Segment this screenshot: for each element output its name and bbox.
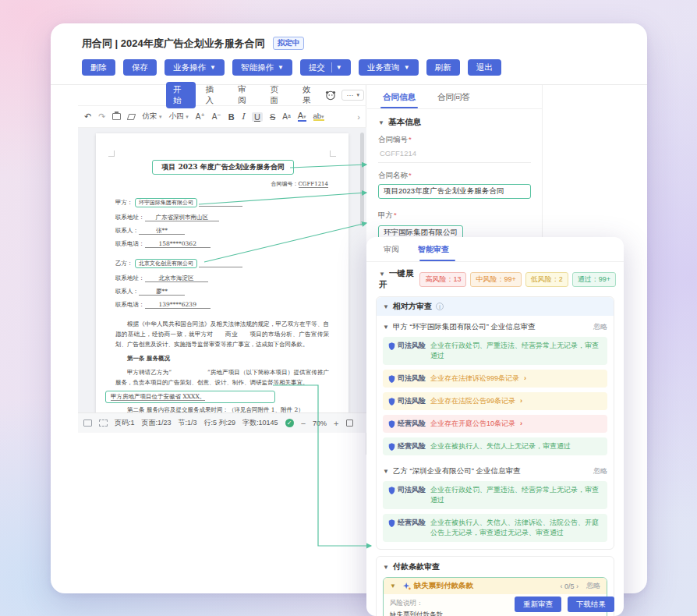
bold-icon[interactable]: B bbox=[228, 112, 235, 122]
issue-pager[interactable]: ‹ 0/5 › bbox=[560, 582, 578, 590]
print-icon[interactable] bbox=[112, 113, 121, 120]
blank-line bbox=[199, 199, 242, 207]
expand-all-toggle[interactable]: ▼一键展开 bbox=[379, 268, 419, 290]
ignore-link[interactable]: 忽略 bbox=[593, 466, 607, 476]
tab-home[interactable]: 开始 bbox=[166, 82, 196, 108]
pass-badge[interactable]: 通过：99+ bbox=[572, 272, 616, 287]
delete-button[interactable]: 删除 bbox=[82, 59, 115, 76]
party-b-phone: 139****6239 bbox=[145, 301, 211, 309]
tab-smart-review[interactable]: 智能审查 bbox=[418, 244, 449, 255]
tab-page[interactable]: 页面 bbox=[264, 82, 293, 108]
status-section: 节:1/3 bbox=[179, 418, 197, 428]
margin-mark bbox=[330, 150, 336, 157]
caret-down-icon: ▼ bbox=[383, 324, 389, 331]
status-badge: 拟定中 bbox=[273, 37, 305, 50]
tab-review-notes[interactable]: 审阅 bbox=[384, 244, 399, 255]
party-b-row: 乙方： 北京文化创意有限公司 bbox=[115, 260, 242, 267]
party-b-review-header[interactable]: ▼ 乙方 “深圳企业有限公司” 企业信息审查 忽略 bbox=[377, 460, 614, 481]
chevron-right-icon: › bbox=[520, 396, 522, 406]
risk-item[interactable]: 司法风险 企业在行政处罚、严重违法、经营异常上无记录，审查通过 bbox=[383, 481, 607, 509]
party-b-phone-row: 联系电话：139****6239 bbox=[115, 301, 211, 309]
font-size-select[interactable]: 小四 ▾ bbox=[169, 112, 189, 122]
save-button[interactable]: 保存 bbox=[123, 59, 157, 76]
status-words: 字数:10145 bbox=[242, 418, 278, 428]
risk-item[interactable]: 经营风险 企业在被执行人、失信人、法律诉讼、法院公告、开庭公告上无记录，审查通过… bbox=[383, 514, 607, 542]
caret-down-icon: ▼ bbox=[378, 119, 384, 126]
exit-button[interactable]: 退出 bbox=[468, 59, 501, 76]
business-actions-button[interactable]: 业务操作▼ bbox=[165, 59, 225, 76]
tab-contract-qa[interactable]: 合同问答 bbox=[437, 92, 470, 108]
basic-info-section-header[interactable]: ▼基本信息 bbox=[378, 117, 531, 128]
high-risk-badge[interactable]: 高风险：13 bbox=[419, 272, 466, 287]
status-page-of: 页面:1/23 bbox=[142, 418, 172, 428]
fit-page-icon[interactable] bbox=[346, 420, 353, 427]
smart-actions-button[interactable]: 智能操作▼ bbox=[232, 59, 292, 76]
review-footer: 重新审查 下载结果 bbox=[515, 597, 614, 612]
increase-font-icon[interactable]: A⁺ bbox=[196, 112, 205, 121]
sync-status-icon[interactable]: ✓ bbox=[285, 419, 294, 427]
underline-icon[interactable]: U bbox=[252, 112, 263, 122]
format-toolbar: ↶ ↷ 仿宋 ▾ 小四 ▾ A⁺ A⁻ B I U S Aᵃ A▾ ab▾ › bbox=[78, 106, 366, 128]
party-a-phone: 158****0362 bbox=[145, 240, 211, 248]
risk-item[interactable]: 经营风险 企业在被执行人、失信人上无记录，审查通过 bbox=[383, 437, 607, 455]
tab-effects[interactable]: 效果 bbox=[295, 82, 325, 108]
required-asterisk: * bbox=[409, 171, 412, 179]
zoom-in-button[interactable]: + bbox=[334, 419, 338, 428]
more-menu-button[interactable]: ···▾ bbox=[341, 90, 364, 101]
italic-icon[interactable]: I bbox=[242, 112, 245, 122]
scrollbar[interactable] bbox=[360, 133, 364, 226]
submit-button[interactable]: 提交▼ bbox=[300, 59, 351, 76]
font-color-icon[interactable]: A▾ bbox=[298, 112, 306, 122]
counterparty-section-header[interactable]: ▼相对方审查 i bbox=[377, 297, 614, 316]
risk-item[interactable]: 司法风险 企业存在法律诉讼999条记录 › bbox=[383, 370, 607, 388]
zoom-out-button[interactable]: − bbox=[301, 419, 306, 428]
risk-item[interactable]: 经营风险 企业存在开庭公告10条记录 › bbox=[383, 415, 607, 433]
tab-review[interactable]: 审阅 bbox=[231, 82, 260, 108]
margin-mark bbox=[108, 150, 115, 157]
font-name-select[interactable]: 仿宋 ▾ bbox=[142, 112, 161, 122]
contract-name-value[interactable]: 项目2023年度广告企划业务服务合同 bbox=[378, 184, 531, 199]
active-tab-underline bbox=[380, 107, 418, 108]
party-a-review-header[interactable]: ▼ 甲方 “环宇国际集团有限公司” 企业信息审查 忽略 bbox=[377, 316, 614, 337]
toolbar-overflow-icon[interactable]: › bbox=[357, 112, 360, 122]
download-results-button[interactable]: 下载结果 bbox=[568, 597, 614, 612]
spread-view-icon[interactable] bbox=[99, 420, 108, 427]
highlight-color-icon[interactable]: ab▾ bbox=[313, 112, 324, 122]
party-a-contact: 张** bbox=[139, 227, 185, 235]
contract-no-value[interactable]: CGFF1214 bbox=[378, 145, 531, 163]
tab-contract-info[interactable]: 合同信息 bbox=[383, 92, 416, 108]
format-painter-icon[interactable] bbox=[127, 114, 136, 120]
party-a-name: 环宇国际集团有限公司 bbox=[135, 198, 197, 207]
refresh-button[interactable]: 刷新 bbox=[426, 59, 460, 76]
assistant-bear-icon[interactable] bbox=[324, 89, 337, 101]
document-page[interactable]: 项目 2023 年度广告企划业务服务合同 合同编号：CGFF1214 甲方： 环… bbox=[96, 133, 348, 412]
party-b-name: 北京文化创意有限公司 bbox=[135, 259, 197, 268]
single-page-view-icon[interactable] bbox=[83, 420, 92, 427]
superscript-icon[interactable]: Aᵃ bbox=[282, 112, 290, 121]
business-query-button[interactable]: 业务查询▼ bbox=[359, 59, 419, 76]
ignore-link[interactable]: 忽略 bbox=[593, 322, 607, 332]
risk-item[interactable]: 司法风险 企业存在法院公告99条记录 › bbox=[383, 392, 607, 410]
risk-item[interactable]: 司法风险 企业在行政处罚、严重违法、经营异常上无记录，审查通过 bbox=[383, 337, 607, 365]
shield-icon bbox=[388, 443, 395, 451]
party-b-contact: 廖** bbox=[139, 288, 185, 296]
party-a-phone-row: 联系电话：158****0362 bbox=[115, 240, 211, 248]
shield-icon bbox=[388, 420, 395, 428]
low-risk-badge[interactable]: 低风险：2 bbox=[525, 272, 568, 287]
undo-icon[interactable]: ↶ bbox=[84, 112, 91, 122]
rescan-button[interactable]: 重新审查 bbox=[515, 597, 561, 612]
contract-number-line: 合同编号：CGFF1214 bbox=[271, 180, 328, 188]
redo-icon[interactable]: ↷ bbox=[98, 112, 105, 122]
action-toolbar: 删除 保存 业务操作▼ 智能操作▼ 提交▼ 业务查询▼ 刷新 退出 bbox=[82, 59, 501, 76]
ignore-link[interactable]: 忽略 bbox=[586, 581, 600, 591]
strikethrough-icon[interactable]: S bbox=[270, 112, 275, 122]
decrease-font-icon[interactable]: A⁻ bbox=[212, 112, 221, 121]
party-a-address-row: 联系地址：广东省深圳市南山区 bbox=[115, 214, 219, 221]
issue-header[interactable]: ▼ 缺失票到付款条款 ‹ 0/5 › 忽略 bbox=[384, 578, 607, 594]
mid-risk-badge[interactable]: 中风险：99+ bbox=[470, 272, 521, 287]
tab-insert[interactable]: 插入 bbox=[199, 82, 228, 108]
payment-section-header[interactable]: ▼付款条款审查 bbox=[377, 557, 614, 577]
contract-title: 项目 2023 年度广告企划业务服务合同 bbox=[152, 160, 294, 175]
party-a-address: 广东省深圳市南山区 bbox=[145, 214, 220, 221]
shield-icon bbox=[388, 398, 395, 405]
